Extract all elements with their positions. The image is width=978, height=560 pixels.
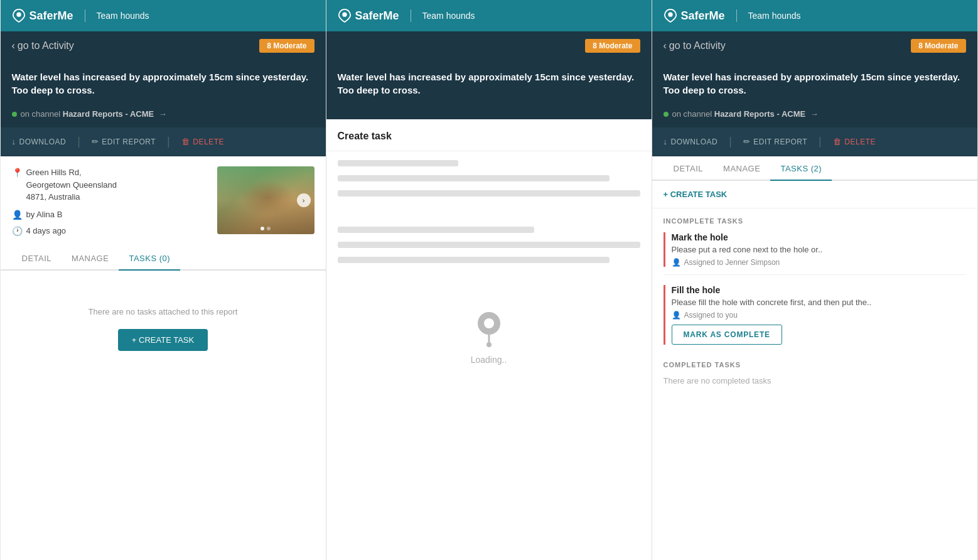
channel-text-1: on channel Hazard Reports - ACME → <box>21 109 167 119</box>
channel-label-3: on channel <box>672 109 712 119</box>
sub-header-2: 8 Moderate <box>326 31 652 60</box>
sep-1b: | <box>167 135 170 148</box>
form-line-3 <box>338 190 640 197</box>
actions-bar-3: ↓ DOWNLOAD | ✏ EDIT REPORT | 🗑 DELETE <box>652 127 977 156</box>
download-btn-1[interactable]: ↓ DOWNLOAD <box>12 137 67 146</box>
sub-header-1: ‹ go to Activity 8 Moderate <box>1 31 326 60</box>
tabs-3: DETAIL MANAGE TASKS (2) <box>652 156 977 181</box>
channel-arrow-3[interactable]: → <box>810 109 819 119</box>
task-item-1: Mark the hole Please put a red cone next… <box>664 232 966 267</box>
form-line-2 <box>338 175 610 181</box>
assignee-icon-1: 👤 <box>672 258 681 267</box>
logo-text-1: SaferMe <box>30 9 73 23</box>
chevron-left-icon-3: ‹ <box>664 40 667 51</box>
mark-complete-btn-3[interactable]: MARK AS COMPLETE <box>672 325 782 345</box>
logo-3: SaferMe <box>664 9 725 23</box>
sub-header-3: ‹ go to Activity 8 Moderate <box>652 31 977 60</box>
download-label-1: DOWNLOAD <box>19 137 67 146</box>
tab-tasks-1[interactable]: TASKS (0) <box>119 246 180 271</box>
detail-row-1: 📍 Green Hills Rd,Georgetown Queensland48… <box>1 156 326 246</box>
header-2: SaferMe Team hounds <box>326 0 652 31</box>
edit-report-btn-3[interactable]: ✏ EDIT REPORT <box>743 137 807 146</box>
task-title-1: Mark the hole <box>672 232 966 242</box>
dot-1 <box>261 227 264 230</box>
badge-moderate-2[interactable]: 8 Moderate <box>585 39 640 53</box>
clock-icon-1: 🕐 <box>12 226 23 236</box>
delete-btn-3[interactable]: 🗑 DELETE <box>833 137 876 146</box>
task-assignee-2: 👤 Assigned to you <box>672 311 966 320</box>
create-task-btn-1[interactable]: + CREATE TASK <box>118 329 208 351</box>
no-completed-text-3: There are no completed tasks <box>652 374 977 388</box>
sep-3b: | <box>819 135 822 148</box>
tab-manage-3[interactable]: MANAGE <box>713 156 770 181</box>
sep-3a: | <box>729 135 732 148</box>
channel-section-1: on channel Hazard Reports - ACME → <box>1 109 326 127</box>
tab-tasks-3[interactable]: TASKS (2) <box>770 156 832 181</box>
delete-btn-1[interactable]: 🗑 DELETE <box>181 137 224 146</box>
team-name-3: Team hounds <box>748 11 801 21</box>
task-content-2: Fill the hole Please fill the hole with … <box>672 285 966 345</box>
edit-report-btn-1[interactable]: ✏ EDIT REPORT <box>92 137 156 146</box>
author-block-1: 👤 by Alina B <box>12 210 117 220</box>
actions-bar-1: ↓ DOWNLOAD | ✏ EDIT REPORT | 🗑 DELETE <box>1 127 326 156</box>
image-dots-1 <box>261 227 271 230</box>
svg-point-3 <box>484 318 494 328</box>
delete-label-3: DELETE <box>844 137 876 146</box>
back-link-3[interactable]: ‹ go to Activity <box>664 40 726 51</box>
alert-section-1: Water level has increased by approximate… <box>1 60 326 109</box>
alert-text-3: Water level has increased by approximate… <box>664 70 966 97</box>
time-block-1: 🕐 4 days ago <box>12 226 117 236</box>
back-label-1: go to Activity <box>18 40 74 51</box>
create-task-link-3[interactable]: + CREATE TASK <box>652 181 977 208</box>
task-desc-2: Please fill the hole with concrete first… <box>672 298 966 307</box>
tabs-1: DETAIL MANAGE TASKS (0) <box>1 246 326 271</box>
saferme-logo-icon-2 <box>338 9 352 23</box>
form-line-1 <box>338 160 459 166</box>
download-btn-3[interactable]: ↓ DOWNLOAD <box>664 137 718 146</box>
tab-detail-3[interactable]: DETAIL <box>664 156 714 181</box>
tasks-content-1: There are no tasks attached to this repo… <box>1 271 326 561</box>
create-task-header-2: Create task <box>326 119 652 151</box>
tab-detail-1[interactable]: DETAIL <box>12 246 62 271</box>
edit-label-1: EDIT REPORT <box>102 137 156 146</box>
saferme-logo-icon-3 <box>664 9 677 23</box>
detail-left-1: 📍 Green Hills Rd,Georgetown Queensland48… <box>12 166 117 236</box>
download-icon-3: ↓ <box>664 137 668 146</box>
report-image-1[interactable]: › <box>217 166 314 234</box>
download-icon-1: ↓ <box>12 137 16 146</box>
delete-label-1: DELETE <box>193 137 224 146</box>
task-desc-1: Please put a red cone next to the hole o… <box>672 245 966 254</box>
svg-point-6 <box>668 13 672 17</box>
alert-section-3: Water level has increased by approximate… <box>652 60 977 109</box>
form-line-6 <box>338 257 610 263</box>
header-1: SaferMe Team hounds <box>1 0 326 31</box>
incomplete-tasks-label-3: INCOMPLETE TASKS <box>652 208 977 230</box>
delete-icon-1: 🗑 <box>181 137 190 146</box>
tab-manage-1[interactable]: MANAGE <box>62 246 119 271</box>
svg-point-0 <box>16 13 21 17</box>
panel-2: SaferMe Team hounds 8 Moderate Water lev… <box>326 0 652 560</box>
create-task-title-2: Create task <box>338 131 640 142</box>
task-title-2: Fill the hole <box>672 285 966 295</box>
back-link-1[interactable]: ‹ go to Activity <box>12 40 74 51</box>
edit-label-3: EDIT REPORT <box>753 137 807 146</box>
image-arrow-icon-1[interactable]: › <box>297 193 311 207</box>
form-line-5 <box>338 242 640 248</box>
logo-text-3: SaferMe <box>681 9 725 23</box>
alert-spacer-2 <box>326 109 652 119</box>
assignee-icon-2: 👤 <box>672 311 681 320</box>
channel-label-1: on channel <box>21 109 61 119</box>
svg-point-4 <box>486 342 492 347</box>
no-tasks-text-1: There are no tasks attached to this repo… <box>12 282 314 329</box>
loading-pin-2 <box>473 310 505 347</box>
header-3: SaferMe Team hounds <box>652 0 977 31</box>
location-icon-1: 📍 <box>12 168 23 178</box>
time-text-1: 4 days ago <box>26 226 67 235</box>
badge-moderate-1[interactable]: 8 Moderate <box>259 39 314 53</box>
badge-moderate-3[interactable]: 8 Moderate <box>911 39 965 53</box>
header-divider-2 <box>411 9 411 22</box>
edit-icon-1: ✏ <box>92 137 99 146</box>
assignee-name-1: Assigned to Jenner Simpson <box>684 258 780 267</box>
saferme-logo-icon <box>12 9 26 23</box>
channel-arrow-1[interactable]: → <box>159 109 167 119</box>
